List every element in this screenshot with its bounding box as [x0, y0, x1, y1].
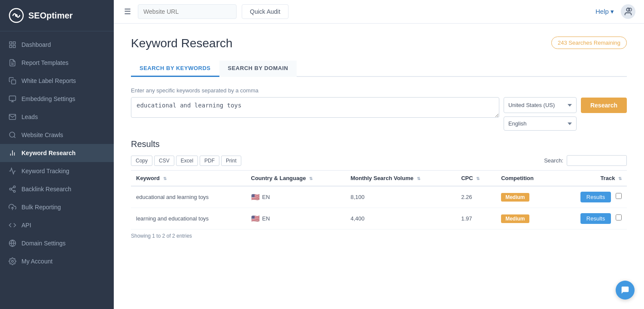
sort-icon[interactable]: ⇅	[163, 176, 167, 181]
table-row: learning and educational toys 🇺🇸 EN 4,40…	[131, 208, 627, 229]
col-country-language: Country & Language ⇅	[246, 171, 346, 187]
cell-cpc: 2.26	[456, 186, 496, 208]
svg-point-19	[13, 190, 15, 193]
url-input[interactable]	[138, 4, 237, 19]
svg-rect-9	[9, 96, 16, 101]
logo-icon	[9, 8, 24, 23]
svg-rect-4	[9, 46, 12, 48]
table-search: Search:	[544, 155, 627, 166]
table-search-input[interactable]	[567, 155, 627, 166]
research-button[interactable]: Research	[581, 98, 627, 113]
user-icon	[623, 7, 633, 16]
cell-cpc: 1.97	[456, 208, 496, 229]
globe-icon	[9, 239, 16, 247]
language-select[interactable]: English Spanish French	[504, 116, 577, 131]
help-button[interactable]: Help ▾	[595, 8, 614, 15]
sidebar-item-label: Backlink Research	[21, 186, 71, 193]
col-track: Track ⇅	[555, 171, 627, 187]
share-icon	[9, 185, 16, 193]
sidebar-item-label: Bulk Reporting	[21, 204, 61, 211]
copy-icon	[9, 77, 16, 85]
sidebar-item-backlink-research[interactable]: Backlink Research	[0, 180, 114, 198]
sidebar-item-label: Domain Settings	[21, 240, 66, 247]
copy-button[interactable]: Copy	[131, 156, 152, 166]
sort-icon[interactable]: ⇅	[618, 176, 622, 181]
sidebar-item-label: API	[21, 222, 31, 229]
search-instructions: Enter any specific keywords separated by…	[131, 87, 627, 94]
code-icon	[9, 221, 16, 229]
activity-icon	[9, 167, 16, 175]
results-table: Keyword ⇅ Country & Language ⇅ Monthly S…	[131, 170, 627, 229]
sidebar: SEOptimer Dashboard Report Templates Whi…	[0, 0, 114, 309]
svg-rect-2	[9, 42, 12, 44]
results-toolbar: Copy CSV Excel PDF Print Search:	[131, 155, 627, 166]
sidebar-logo: SEOptimer	[0, 0, 114, 31]
grid-icon	[9, 41, 16, 49]
svg-point-18	[9, 188, 12, 190]
sidebar-item-website-crawls[interactable]: Website Crawls	[0, 126, 114, 144]
tab-search-by-domain[interactable]: SEARCH BY DOMAIN	[219, 61, 297, 77]
topbar-right: Help ▾	[595, 4, 635, 19]
excel-button[interactable]: Excel	[176, 156, 198, 166]
sidebar-item-domain-settings[interactable]: Domain Settings	[0, 234, 114, 252]
flag-icon: 🇺🇸	[251, 193, 260, 201]
sidebar-item-bulk-reporting[interactable]: Bulk Reporting	[0, 198, 114, 216]
sidebar-item-label: Dashboard	[21, 41, 51, 48]
csv-button[interactable]: CSV	[154, 156, 174, 166]
main-content: ☰ Quick Audit Help ▾ Keyword Research 24…	[114, 0, 644, 309]
sidebar-item-embedding[interactable]: Embedding Settings	[0, 90, 114, 108]
sidebar-item-leads[interactable]: Leads	[0, 108, 114, 126]
page-content: Keyword Research 243 Searches Remaining …	[114, 24, 644, 309]
sidebar-item-dashboard[interactable]: Dashboard	[0, 36, 114, 54]
table-header-row: Keyword ⇅ Country & Language ⇅ Monthly S…	[131, 171, 627, 187]
col-monthly-volume: Monthly Search Volume ⇅	[346, 171, 456, 187]
page-title: Keyword Research	[131, 37, 233, 50]
results-button-row2[interactable]: Results	[580, 213, 611, 224]
sort-icon[interactable]: ⇅	[417, 176, 420, 181]
col-keyword: Keyword ⇅	[131, 171, 246, 187]
tab-search-by-keywords[interactable]: SEARCH BY KEYWORDS	[131, 61, 219, 77]
hamburger-button[interactable]: ☰	[122, 5, 133, 18]
country-select[interactable]: United States (US) United Kingdom (GB) C…	[504, 97, 577, 113]
search-controls: educational and learning toys United Sta…	[131, 97, 627, 131]
svg-line-20	[11, 190, 13, 191]
competition-badge: Medium	[501, 214, 529, 223]
sidebar-item-label: My Account	[21, 258, 52, 265]
chat-icon	[620, 285, 630, 295]
sidebar-item-label: Keyword Tracking	[21, 168, 69, 174]
svg-point-12	[9, 132, 15, 137]
svg-line-13	[14, 136, 15, 138]
sidebar-item-label: Embedding Settings	[21, 95, 75, 102]
right-controls: United States (US) United Kingdom (GB) C…	[504, 97, 627, 131]
keyword-input[interactable]: educational and learning toys	[131, 97, 499, 118]
print-button[interactable]: Print	[221, 156, 241, 166]
col-competition: Competition	[496, 171, 555, 187]
sidebar-item-report-templates[interactable]: Report Templates	[0, 54, 114, 72]
table-footer: Showing 1 to 2 of 2 entries	[131, 233, 627, 239]
sidebar-item-label: Report Templates	[21, 59, 68, 66]
svg-rect-3	[13, 42, 15, 44]
track-checkbox-row2[interactable]	[616, 214, 622, 220]
searches-remaining-badge: 243 Searches Remaining	[551, 37, 627, 49]
sort-icon[interactable]: ⇅	[309, 176, 313, 181]
pdf-button[interactable]: PDF	[200, 156, 219, 166]
sidebar-item-api[interactable]: API	[0, 216, 114, 234]
sidebar-item-keyword-research[interactable]: Keyword Research	[0, 144, 114, 162]
language-code: EN	[262, 215, 270, 222]
chat-bubble[interactable]	[616, 281, 635, 300]
svg-point-1	[15, 14, 18, 17]
sidebar-item-white-label[interactable]: White Label Reports	[0, 72, 114, 90]
track-checkbox-row1[interactable]	[616, 193, 622, 199]
table-row: educational and learning toys 🇺🇸 EN 8,10…	[131, 186, 627, 208]
sort-icon[interactable]: ⇅	[476, 176, 480, 181]
sidebar-item-label: Keyword Research	[21, 150, 76, 156]
search-section: Enter any specific keywords separated by…	[131, 87, 627, 131]
results-button-row1[interactable]: Results	[580, 192, 611, 202]
sidebar-item-my-account[interactable]: My Account	[0, 252, 114, 270]
cell-monthly-volume: 8,100	[346, 186, 456, 208]
sidebar-item-keyword-tracking[interactable]: Keyword Tracking	[0, 162, 114, 180]
quick-audit-button[interactable]: Quick Audit	[242, 4, 289, 19]
user-avatar[interactable]	[621, 4, 635, 19]
svg-line-21	[11, 187, 13, 189]
cell-track: Results	[555, 186, 627, 208]
